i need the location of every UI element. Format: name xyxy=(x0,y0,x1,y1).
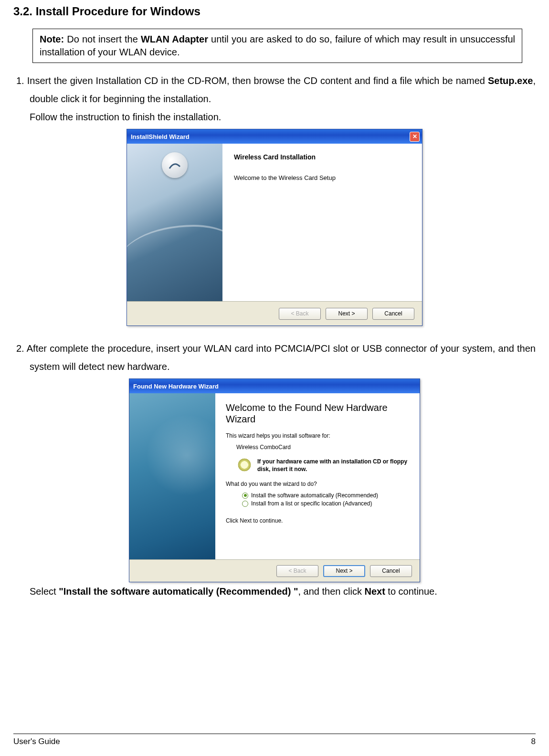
note-label: Note: xyxy=(40,34,64,44)
step-1-num: 1. xyxy=(16,75,24,86)
step-1: 1. Insert the given Installation CD in t… xyxy=(13,72,536,126)
installer-logo-icon xyxy=(162,152,188,178)
close-icon[interactable]: ✕ xyxy=(410,132,420,142)
select-post: to continue. xyxy=(385,586,437,597)
select-mid: , and then click xyxy=(298,586,364,597)
note-box: Note: Do not insert the WLAN Adapter unt… xyxy=(32,29,522,63)
installshield-text: Welcome to the Wireless Card Setup xyxy=(234,174,411,181)
installshield-window: InstallShield Wizard ✕ Wireless Card Ins… xyxy=(127,129,422,326)
radio-option-auto-label: Install the software automatically (Reco… xyxy=(251,492,378,499)
next-button[interactable]: Next > xyxy=(326,308,368,320)
hardware-wizard-title: Found New Hardware Wizard xyxy=(133,383,219,390)
hardware-wizard-footer: < Back Next > Cancel xyxy=(129,560,420,582)
hardware-wizard-window: Found New Hardware Wizard Welcome to the… xyxy=(129,378,420,582)
note-bold: WLAN Adapter xyxy=(141,34,208,44)
hardware-wizard-sidebar-image xyxy=(129,393,215,559)
back-button: < Back xyxy=(276,565,318,577)
step-1-line1-pre: Insert the given Installation CD in the … xyxy=(24,75,488,86)
hardware-helps-text: This wizard helps you install software f… xyxy=(226,432,409,439)
step-2-num: 2. xyxy=(16,343,24,354)
page-footer: User's Guide 8 xyxy=(13,734,536,746)
hardware-cd-text: If your hardware came with an installati… xyxy=(257,458,409,473)
step-1-line2: Follow the instruction to finish the ins… xyxy=(30,108,536,126)
hardware-question: What do you want the wizard to do? xyxy=(226,481,409,487)
select-bold2: Next xyxy=(364,586,385,597)
back-button: < Back xyxy=(279,308,321,320)
hardware-device-name: Wireless ComboCard xyxy=(236,444,409,451)
installshield-heading: Wireless Card Installation xyxy=(234,153,411,161)
note-text-pre: Do not insert the xyxy=(64,34,141,44)
step-2-text: After complete the procedure, insert you… xyxy=(24,343,536,372)
radio-option-auto[interactable]: Install the software automatically (Reco… xyxy=(242,492,409,499)
select-pre: Select xyxy=(30,586,59,597)
footer-left: User's Guide xyxy=(13,737,60,746)
hardware-click-next: Click Next to continue. xyxy=(226,517,409,524)
section-title: 3.2. Install Procedure for Windows xyxy=(13,5,536,18)
next-button[interactable]: Next > xyxy=(323,565,365,577)
cd-icon xyxy=(236,458,253,472)
radio-option-specific[interactable]: Install from a list or specific location… xyxy=(242,500,409,507)
step-2: 2. After complete the procedure, insert … xyxy=(13,339,536,376)
select-bold1: "Install the software automatically (Rec… xyxy=(59,586,298,597)
hardware-wizard-titlebar: Found New Hardware Wizard xyxy=(129,379,420,393)
radio-option-specific-label: Install from a list or specific location… xyxy=(251,500,372,507)
select-instruction: Select "Install the software automatical… xyxy=(30,586,536,597)
cancel-button[interactable]: Cancel xyxy=(372,308,414,320)
step-1-setup: Setup.exe xyxy=(488,75,533,86)
installshield-footer: < Back Next > Cancel xyxy=(127,302,422,326)
radio-icon xyxy=(242,493,248,499)
installshield-title: InstallShield Wizard xyxy=(131,133,190,140)
radio-icon xyxy=(242,501,248,507)
installshield-titlebar: InstallShield Wizard ✕ xyxy=(127,129,422,144)
page-number: 8 xyxy=(531,737,536,746)
cancel-button[interactable]: Cancel xyxy=(370,565,412,577)
hardware-wizard-heading: Welcome to the Found New Hardware Wizard xyxy=(226,402,409,425)
installshield-sidebar-image xyxy=(127,144,222,301)
